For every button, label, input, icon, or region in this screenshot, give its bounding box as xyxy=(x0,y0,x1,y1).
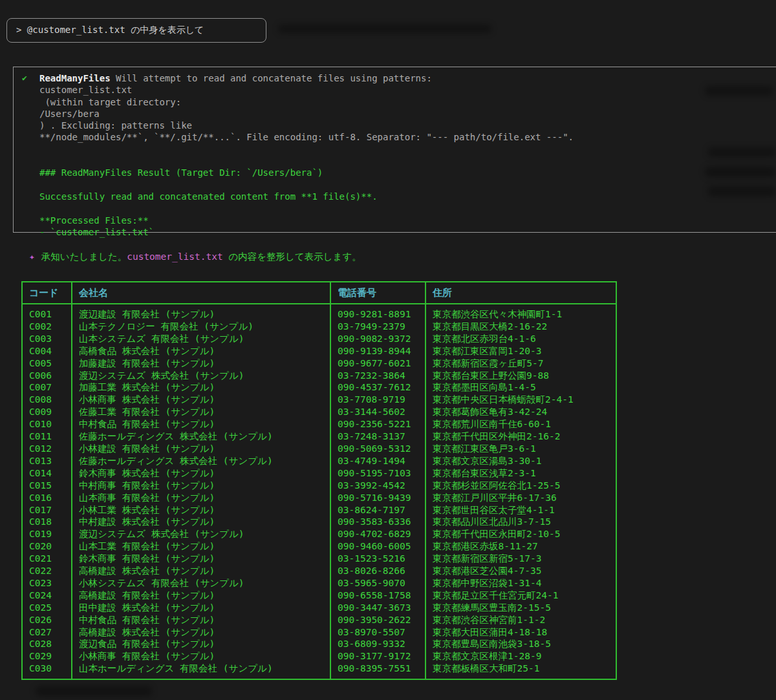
user-prompt-box: > @customer_list.txt の中身を表示して xyxy=(6,18,266,43)
cell-phone: 03-4749-1494 xyxy=(330,455,426,467)
cell-phone: 03-7232-3864 xyxy=(330,370,426,382)
cell-address: 東京都足立区千住宮元町24-1 xyxy=(426,589,616,602)
cell-phone: 03-6809-9332 xyxy=(330,638,426,650)
user-prompt-text: > @customer_list.txt の中身を表示して xyxy=(16,25,204,36)
check-icon: ✔ xyxy=(22,72,39,84)
table-row: C018中村建設 株式会社 (サンプル)090-3583-6336東京都品川区北… xyxy=(22,516,616,528)
cell-code: C026 xyxy=(22,614,72,626)
cell-address: 東京都葛飾区亀有3-42-24 xyxy=(426,406,616,418)
cell-address: 東京都渋谷区代々木神園町1-1 xyxy=(426,304,616,321)
cell-address: 東京都港区赤坂8-11-27 xyxy=(426,540,616,553)
tool-name: ReadManyFiles xyxy=(39,73,111,83)
cell-company: 中村食品 有限会社 (サンプル) xyxy=(72,418,330,430)
table-row: C004高橋食品 株式会社 (サンプル)090-9139-8944東京都江東区富… xyxy=(22,345,616,357)
tool-result-line: **Processed Files:** xyxy=(22,215,776,226)
cell-code: C013 xyxy=(22,455,72,467)
table-row: C023小林システムズ 有限会社 (サンプル)03-5965-9070東京都中野… xyxy=(22,577,616,589)
tool-detail-line: customer_list.txt xyxy=(22,84,776,96)
cell-company: 小林商事 株式会社 (サンプル) xyxy=(72,394,330,406)
table-row: C015中村商事 有限会社 (サンプル)03-3992-4542東京都杉並区阿佐… xyxy=(22,480,616,492)
table-row: C003山本システムズ 有限会社 (サンプル)090-9082-9372東京都北… xyxy=(22,333,616,345)
cell-phone: 03-5965-9070 xyxy=(330,577,426,589)
cell-phone: 03-8970-5507 xyxy=(330,626,426,639)
cell-company: 鈴木商事 有限会社 (サンプル) xyxy=(72,553,330,565)
cell-address: 東京都世田谷区太子堂4-1-1 xyxy=(426,504,616,516)
cell-company: 加藤工業 株式会社 (サンプル) xyxy=(72,381,330,394)
cell-company: 小林建設 有限会社 (サンプル) xyxy=(72,443,330,455)
cell-address: 東京都品川区北品川3-7-15 xyxy=(426,516,616,528)
cell-phone: 090-9281-8891 xyxy=(330,304,426,321)
cell-code: C024 xyxy=(22,589,72,602)
cell-company: 山本商事 有限会社 (サンプル) xyxy=(72,492,330,504)
cell-address: 東京都江東区亀戸3-6-1 xyxy=(426,443,616,455)
tool-result-line xyxy=(22,155,776,167)
cell-code: C027 xyxy=(22,626,72,639)
cell-company: 佐藤ホールディングス 株式会社 (サンプル) xyxy=(72,455,330,467)
tool-output-box: ✔ ReadManyFiles Will attempt to read and… xyxy=(13,67,776,233)
tool-result-line xyxy=(22,202,776,214)
cell-company: 高橋食品 株式会社 (サンプル) xyxy=(72,345,330,357)
table-row: C007加藤工業 株式会社 (サンプル)090-4537-7612東京都墨田区向… xyxy=(22,381,616,394)
cell-code: C025 xyxy=(22,602,72,614)
cell-address: 東京都台東区上野公園9-88 xyxy=(426,370,616,382)
cell-phone: 090-3950-2622 xyxy=(330,614,426,626)
cell-address: 東京都板橋区大和町25-1 xyxy=(426,663,616,679)
cell-code: C017 xyxy=(22,504,72,516)
header-phone: 電話番号 xyxy=(330,282,426,304)
cell-address: 東京都北区赤羽台4-1-6 xyxy=(426,333,616,345)
cell-phone: 03-3144-5602 xyxy=(330,406,426,418)
table-row: C001渡辺建設 有限会社 (サンプル)090-9281-8891東京都渋谷区代… xyxy=(22,304,616,321)
tool-call-title: ReadManyFiles Will attempt to read and c… xyxy=(39,72,432,84)
cell-address: 東京都練馬区豊玉南2-15-5 xyxy=(426,602,616,614)
cell-phone: 090-4537-7612 xyxy=(330,381,426,394)
tool-detail-line: **/node_modules/**`, `**/.git/**...`. Fi… xyxy=(22,131,776,143)
cell-code: C028 xyxy=(22,638,72,650)
cell-address: 東京都江東区富岡1-20-3 xyxy=(426,345,616,357)
cell-phone: 03-3992-4542 xyxy=(330,480,426,492)
cell-company: 渡辺システムズ 株式会社 (サンプル) xyxy=(72,528,330,540)
cell-company: 高橋建設 株式会社 (サンプル) xyxy=(72,565,330,577)
cell-phone: 03-1523-5216 xyxy=(330,553,426,565)
table-header-row: コード 会社名 電話番号 住所 xyxy=(22,282,616,304)
cell-code: C006 xyxy=(22,370,72,382)
cell-address: 東京都港区芝公園4-7-35 xyxy=(426,565,616,577)
cell-address: 東京都豊島区南池袋3-18-5 xyxy=(426,638,616,650)
cell-phone: 090-9082-9372 xyxy=(330,333,426,345)
table-row: C013佐藤ホールディングス 株式会社 (サンプル)03-4749-1494東京… xyxy=(22,455,616,467)
tool-result-line xyxy=(22,179,776,191)
table-row: C017小林工業 株式会社 (サンプル)03-8624-7197東京都世田谷区太… xyxy=(22,504,616,516)
background-ghost xyxy=(278,25,491,33)
table-row: C019渡辺システムズ 株式会社 (サンプル)090-4702-6829東京都千… xyxy=(22,528,616,540)
background-ghost xyxy=(36,686,152,696)
cell-company: 山本システムズ 有限会社 (サンプル) xyxy=(72,333,330,345)
cell-company: 小林商事 有限会社 (サンプル) xyxy=(72,650,330,663)
table-row: C027高橋建設 株式会社 (サンプル)03-8970-5507東京都大田区蒲田… xyxy=(22,626,616,639)
cell-phone: 090-5069-5312 xyxy=(330,443,426,455)
tool-result-line: - `customer_list.txt` xyxy=(22,226,776,238)
cell-phone: 090-3583-6336 xyxy=(330,516,426,528)
cell-phone: 090-9139-8944 xyxy=(330,345,426,357)
cell-company: 佐藤工業 有限会社 (サンプル) xyxy=(72,406,330,418)
table-row: C008小林商事 株式会社 (サンプル)03-7708-9719東京都中央区日本… xyxy=(22,394,616,406)
table-row: C020山本工業 有限会社 (サンプル)090-9460-6005東京都港区赤坂… xyxy=(22,540,616,553)
response-suffix: の内容を整形して表示します。 xyxy=(223,251,361,262)
cell-address: 東京都中央区日本橋蛎殻町2-4-1 xyxy=(426,394,616,406)
cell-code: C023 xyxy=(22,577,72,589)
table-row: C010中村食品 有限会社 (サンプル)090-2356-5221東京都荒川区南… xyxy=(22,418,616,430)
tool-result-lines: ### ReadManyFiles Result (Target Dir: `/… xyxy=(22,143,776,238)
table-row: C026中村食品 有限会社 (サンプル)090-3950-2622東京都渋谷区神… xyxy=(22,614,616,626)
table-row: C021鈴木商事 有限会社 (サンプル)03-1523-5216東京都新宿区新宿… xyxy=(22,553,616,565)
tool-detail-line: (within target directory: xyxy=(22,96,776,108)
table-row: C025田中建設 株式会社 (サンプル)090-3447-3673東京都練馬区豊… xyxy=(22,602,616,614)
cell-phone: 090-5716-9439 xyxy=(330,492,426,504)
cell-phone: 090-8395-7551 xyxy=(330,663,426,679)
tool-result-line: ### ReadManyFiles Result (Target Dir: `/… xyxy=(22,167,776,178)
cell-address: 東京都大田区蒲田4-18-18 xyxy=(426,626,616,639)
cell-company: 鈴木商事 株式会社 (サンプル) xyxy=(72,467,330,480)
tool-result-line xyxy=(22,143,776,155)
cell-company: 山本ホールディングス 有限会社 (サンプル) xyxy=(72,663,330,679)
cell-company: 加藤建設 有限会社 (サンプル) xyxy=(72,357,330,370)
tool-detail-lines: customer_list.txt (within target directo… xyxy=(22,84,776,143)
table-row: C029小林商事 有限会社 (サンプル)090-3177-9172東京都文京区根… xyxy=(22,650,616,663)
table-row: C030山本ホールディングス 有限会社 (サンプル)090-8395-7551東… xyxy=(22,663,616,679)
